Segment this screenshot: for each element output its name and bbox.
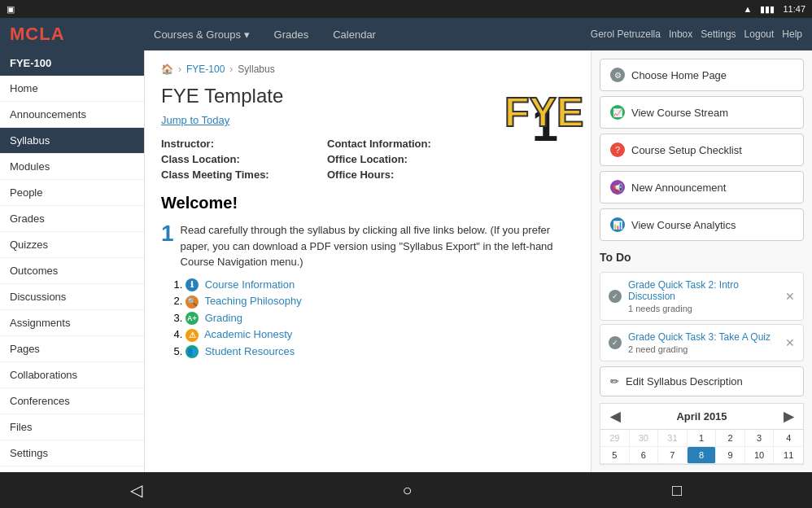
step-text: Read carefully through the syllabus by c… — [181, 222, 574, 270]
right-panel: ⚙ Choose Home Page 📈 View Course Stream … — [591, 50, 812, 472]
todo-item-content-2: Grade Quick Task 3: Take A Quiz 2 need g… — [628, 331, 779, 354]
todo-item-sub-1: 1 needs grading — [628, 304, 779, 313]
view-course-stream-button[interactable]: 📈 View Course Stream — [600, 96, 804, 129]
view-course-analytics-label: View Course Analytics — [631, 219, 736, 231]
choose-home-page-button[interactable]: ⚙ Choose Home Page — [600, 59, 804, 91]
main-layout: FYE-100 Home Announcements Syllabus Modu… — [0, 50, 812, 472]
welcome-heading: Welcome! — [161, 194, 574, 212]
nav-courses[interactable]: Courses & Groups ▾ — [142, 22, 261, 47]
view-course-analytics-button[interactable]: 📊 View Course Analytics — [600, 208, 804, 241]
sidebar-item-modules[interactable]: Modules — [0, 154, 144, 180]
sidebar-item-syllabus[interactable]: Syllabus — [0, 128, 144, 154]
list-item: ⚠ Academic Honesty — [186, 328, 574, 342]
fye-logo: FYE 1 — [493, 89, 558, 148]
sidebar-item-people[interactable]: People — [0, 180, 144, 206]
contact-label: Contact Information: — [327, 138, 493, 150]
edit-icon: ✏ — [610, 375, 619, 388]
sidebar-item-discussions[interactable]: Discussions — [0, 284, 144, 310]
stream-icon: 📈 — [610, 105, 625, 120]
calendar-prev-arrow[interactable]: ◀ — [607, 409, 623, 424]
home-button[interactable]: ○ — [378, 478, 436, 503]
home-page-icon: ⚙ — [610, 68, 625, 82]
sidebar-item-collaborations[interactable]: Collaborations — [0, 362, 144, 388]
location-label: Class Location: — [161, 153, 327, 165]
back-button[interactable]: ◁ — [106, 477, 167, 503]
cal-cell[interactable]: 7 — [658, 447, 688, 464]
todo-close-1[interactable]: ✕ — [785, 290, 795, 303]
meeting-times-label: Class Meeting Times: — [161, 169, 327, 181]
breadcrumb-home-icon[interactable]: 🏠 — [161, 64, 173, 75]
calendar-month-year: April 2015 — [676, 410, 727, 423]
todo-close-2[interactable]: ✕ — [785, 336, 795, 349]
todo-item-2: ✓ Grade Quick Task 3: Take A Quiz 2 need… — [600, 324, 804, 361]
academic-honesty-link[interactable]: Academic Honesty — [204, 328, 292, 340]
sidebar-course-title: FYE-100 — [0, 50, 144, 76]
teaching-philosophy-link[interactable]: Teaching Philosophy — [204, 295, 301, 307]
cal-cell[interactable]: 29 — [600, 430, 630, 447]
cal-cell[interactable]: 11 — [774, 447, 803, 464]
cal-cell[interactable]: 3 — [745, 430, 775, 447]
cal-cell[interactable]: 31 — [658, 430, 688, 447]
logo-text: MCLA — [10, 24, 65, 45]
sidebar-item-grades[interactable]: Grades — [0, 206, 144, 232]
clock: 11:47 — [783, 4, 805, 14]
cal-cell[interactable]: 9 — [716, 447, 745, 464]
step-number: 1 — [161, 222, 174, 245]
todo-item-link-1[interactable]: Grade Quick Task 2: Intro Discussion — [628, 279, 779, 302]
cal-cell[interactable]: 4 — [774, 430, 803, 447]
top-nav: Courses & Groups ▾ Grades Calendar — [142, 22, 591, 47]
nav-grades[interactable]: Grades — [263, 22, 321, 47]
sidebar: FYE-100 Home Announcements Syllabus Modu… — [0, 50, 145, 472]
cal-cell-today[interactable]: 8 — [688, 447, 717, 464]
cal-cell[interactable]: 6 — [630, 447, 659, 464]
choose-home-page-label: Choose Home Page — [631, 69, 727, 81]
student-resources-link[interactable]: Student Resources — [205, 345, 295, 357]
course-information-link[interactable]: Course Information — [205, 278, 295, 291]
course-setup-checklist-button[interactable]: ? Course Setup Checklist — [600, 134, 804, 166]
bottom-nav: ◁ ○ □ — [0, 472, 812, 508]
status-bar: ▣ ▲ ▮▮▮ 11:47 — [0, 0, 812, 18]
list-item: ℹ Course Information — [186, 278, 574, 292]
battery-icon: ▮▮▮ — [760, 4, 775, 15]
nav-settings[interactable]: Settings — [701, 28, 736, 40]
warning-icon: ⚠ — [186, 329, 199, 342]
cal-cell[interactable]: 2 — [716, 430, 745, 447]
nav-calendar[interactable]: Calendar — [321, 22, 387, 47]
breadcrumb-current: Syllabus — [238, 64, 274, 75]
sidebar-item-settings[interactable]: Settings — [0, 440, 144, 466]
new-announcement-button[interactable]: 📢 New Announcement — [600, 171, 804, 204]
sidebar-item-pages[interactable]: Pages — [0, 336, 144, 362]
office-location-label: Office Location: — [327, 153, 493, 165]
todo-title: To Do — [600, 247, 804, 267]
nav-help[interactable]: Help — [782, 28, 802, 40]
grading-link[interactable]: Grading — [205, 312, 242, 324]
recent-apps-button[interactable]: □ — [648, 478, 706, 503]
sidebar-item-conferences[interactable]: Conferences — [0, 388, 144, 414]
todo-section: To Do ✓ Grade Quick Task 2: Intro Discus… — [600, 247, 804, 361]
todo-item-link-2[interactable]: Grade Quick Task 3: Take A Quiz — [628, 331, 779, 343]
wifi-icon: ▲ — [744, 4, 753, 14]
todo-item-sub-2: 2 need grading — [628, 344, 779, 354]
nav-logout[interactable]: Logout — [744, 28, 775, 40]
cal-cell[interactable]: 10 — [745, 447, 775, 464]
nav-user[interactable]: Gerol Petruzella — [591, 28, 661, 40]
edit-syllabus-button[interactable]: ✏ Edit Syllabus Description — [600, 366, 804, 396]
calendar-next-arrow[interactable]: ▶ — [780, 409, 797, 424]
cal-cell[interactable]: 30 — [630, 430, 659, 447]
logo: MCLA — [0, 24, 142, 45]
analytics-icon: 📊 — [610, 217, 625, 232]
new-announcement-label: New Announcement — [631, 182, 726, 194]
cal-cell[interactable]: 5 — [600, 447, 630, 464]
todo-item-content-1: Grade Quick Task 2: Intro Discussion 1 n… — [628, 279, 779, 313]
sidebar-item-assignments[interactable]: Assignments — [0, 310, 144, 336]
sidebar-item-outcomes[interactable]: Outcomes — [0, 258, 144, 284]
sidebar-item-home[interactable]: Home — [0, 76, 144, 102]
breadcrumb-course[interactable]: FYE-100 — [186, 64, 225, 75]
sidebar-item-quizzes[interactable]: Quizzes — [0, 232, 144, 258]
nav-inbox[interactable]: Inbox — [669, 28, 692, 40]
cal-cell[interactable]: 1 — [688, 430, 717, 447]
todo-item-1: ✓ Grade Quick Task 2: Intro Discussion 1… — [600, 272, 804, 321]
sidebar-item-files[interactable]: Files — [0, 414, 144, 440]
sidebar-item-announcements[interactable]: Announcements — [0, 102, 144, 128]
fye-logo-text: FYE — [504, 89, 583, 136]
